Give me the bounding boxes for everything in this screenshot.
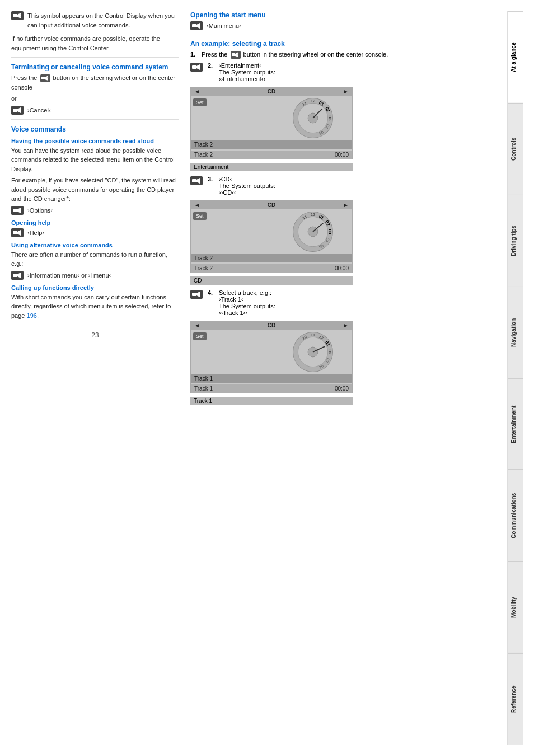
sidebar-tab-mobility[interactable]: Mobility xyxy=(508,561,523,653)
step-4-cmd: ›Track 1‹ xyxy=(219,296,496,303)
voice-icon-options xyxy=(11,206,24,215)
step-4-content: Select a track, e.g.: ›Track 1‹ The Syst… xyxy=(219,289,496,316)
options-cmd-text: ›Options‹ xyxy=(27,207,53,214)
step-4-text: Select a track, e.g.: xyxy=(219,289,496,296)
cd-label-bar-3: Track 1 xyxy=(191,374,352,383)
cd-right-arrow-2: ► xyxy=(343,202,349,208)
main-content: This symbol appears on the Control Displ… xyxy=(0,0,534,756)
svg-marker-24 xyxy=(196,64,200,70)
svg-text:12: 12 xyxy=(311,100,315,104)
intro-block: This symbol appears on the Control Displ… xyxy=(11,11,179,30)
help-cmd-line: ›Help‹ xyxy=(11,228,179,237)
using-alt-text: There are often a number of commands to … xyxy=(11,250,179,269)
right-column: Opening the start menu ›Main menu‹ An ex… xyxy=(190,11,496,745)
intro-text2: If no further voice commands are possibl… xyxy=(11,34,179,53)
step-2-content: ›Entertainment‹ The System outputs: ››En… xyxy=(219,62,496,82)
svg-rect-19 xyxy=(232,53,235,56)
cd-display-3: ◄ CD ► Set 10 11 12 01 02 03 04 xyxy=(190,321,353,393)
sidebar-tab-driving-tips[interactable]: Driving tips xyxy=(508,195,523,287)
entertainment-label-1: Entertainment xyxy=(190,163,353,171)
terminating-heading: Terminating or canceling voice command s… xyxy=(11,63,179,71)
step-4-result: ››Track 1‹‹ xyxy=(219,309,496,316)
terminating-or: or xyxy=(11,94,179,104)
cd-left-arrow-3: ◄ xyxy=(194,322,200,328)
cd-set-btn-3: Set xyxy=(193,332,207,340)
step-4-row: 4. Select a track, e.g.: ›Track 1‹ The S… xyxy=(190,289,496,316)
main-menu-cmd-text: ›Main menu‹ xyxy=(207,22,241,29)
step-3-row: 3. ›CD‹ The System outputs: ››CD‹‹ xyxy=(190,176,496,196)
step-2-num: 2. xyxy=(208,62,216,69)
voice-commands-heading: Voice commands xyxy=(11,125,179,133)
svg-text:03: 03 xyxy=(327,116,332,121)
left-column: This symbol appears on the Control Displ… xyxy=(11,11,179,745)
cd-top-bar-2: ◄ CD ► xyxy=(191,201,352,209)
svg-rect-17 xyxy=(192,24,196,27)
svg-marker-18 xyxy=(196,23,200,29)
step-4-output: The System outputs: xyxy=(219,303,496,309)
cd-right-arrow-1: ► xyxy=(343,88,349,95)
cd-set-btn-2: Set xyxy=(193,212,207,220)
sidebar-tab-at-a-glance[interactable]: At a glance xyxy=(508,11,523,103)
step-1-row: 1. Press the button in the steering whee… xyxy=(190,51,496,59)
svg-marker-37 xyxy=(196,178,200,184)
cancel-cmd-text: ›Cancel‹ xyxy=(27,107,51,114)
opening-help-heading: Opening help xyxy=(11,219,179,226)
svg-rect-15 xyxy=(13,274,17,277)
voice-icon-step4 xyxy=(190,290,203,299)
svg-text:03: 03 xyxy=(327,229,332,234)
svg-rect-49 xyxy=(192,293,196,296)
svg-text:11: 11 xyxy=(311,334,315,338)
svg-rect-36 xyxy=(192,179,196,182)
cd-label-2-bottom: CD xyxy=(190,276,353,285)
voice-icon-info xyxy=(11,271,24,280)
cd-label-bar-1: Track 2 xyxy=(191,140,352,149)
track1-label-bottom: Track 1 xyxy=(190,397,353,405)
svg-rect-9 xyxy=(13,109,17,112)
main-menu-cmd-line: ›Main menu‹ xyxy=(190,21,496,30)
svg-marker-10 xyxy=(17,107,21,113)
button-icon-step1 xyxy=(231,51,241,59)
step-2-result: ››Entertainment‹‹ xyxy=(219,76,496,82)
svg-text:02: 02 xyxy=(327,350,332,355)
cd-dial-2: 11 12 01 02 03 04 05 xyxy=(291,209,335,254)
cd-left-arrow-2: ◄ xyxy=(194,202,200,208)
svg-rect-23 xyxy=(192,65,196,69)
having-heading: Having the possible voice commands read … xyxy=(11,138,179,144)
options-cmd-line: ›Options‹ xyxy=(11,206,179,215)
step-2-output: The System outputs: xyxy=(219,69,496,76)
step-3-num: 3. xyxy=(208,176,216,182)
step-2-row: 2. ›Entertainment‹ The System outputs: ›… xyxy=(190,62,496,82)
cd-dial-1: 11 12 01 02 03 04 05 xyxy=(291,96,335,140)
step-3-output: The System outputs: xyxy=(219,182,496,189)
sidebar-tab-navigation[interactable]: Navigation xyxy=(508,287,523,378)
svg-rect-0 xyxy=(13,14,17,17)
svg-marker-6 xyxy=(45,76,48,81)
sidebar-tab-communications[interactable]: Communications xyxy=(508,469,523,561)
step-1-content: Press the button in the steering wheel o… xyxy=(202,51,496,59)
calling-up-heading: Calling up functions directly xyxy=(11,284,179,291)
cd-left-arrow-1: ◄ xyxy=(194,88,200,95)
sidebar-tab-controls[interactable]: Controls xyxy=(508,103,523,195)
voice-icon-main-menu xyxy=(190,21,203,30)
step-3-content: ›CD‹ The System outputs: ››CD‹‹ xyxy=(219,176,496,196)
help-cmd-text: ›Help‹ xyxy=(27,229,44,236)
svg-marker-50 xyxy=(196,292,200,297)
intro-text: This symbol appears on the Control Displ… xyxy=(27,11,179,30)
button-icon-terminate xyxy=(40,74,50,82)
voice-symbol-icon xyxy=(11,11,24,20)
info-menu-cmd-line: ›Information menu‹ or ›i menu‹ xyxy=(11,271,179,280)
voice-icon-cancel xyxy=(11,106,24,115)
cd-label-bar-2: Track 2 xyxy=(191,254,352,262)
example-heading: An example: selecting a track xyxy=(190,40,496,48)
svg-rect-5 xyxy=(41,77,45,79)
sidebar: At a glance Controls Driving tips Naviga… xyxy=(507,11,523,745)
sidebar-tab-entertainment[interactable]: Entertainment xyxy=(508,378,523,470)
info-menu-cmd-text: ›Information menu‹ or ›i menu‹ xyxy=(27,272,111,279)
having-text2: For example, if you have selected "CD", … xyxy=(11,176,179,204)
divider-1 xyxy=(11,57,179,58)
cd-bottom-1: Track 2 00:00 xyxy=(191,151,352,159)
sidebar-tab-reference[interactable]: Reference xyxy=(508,653,523,745)
calling-up-page-link[interactable]: 196 xyxy=(27,312,37,319)
cd-set-btn-1: Set xyxy=(193,98,207,106)
cancel-cmd-line: ›Cancel‹ xyxy=(11,106,179,115)
